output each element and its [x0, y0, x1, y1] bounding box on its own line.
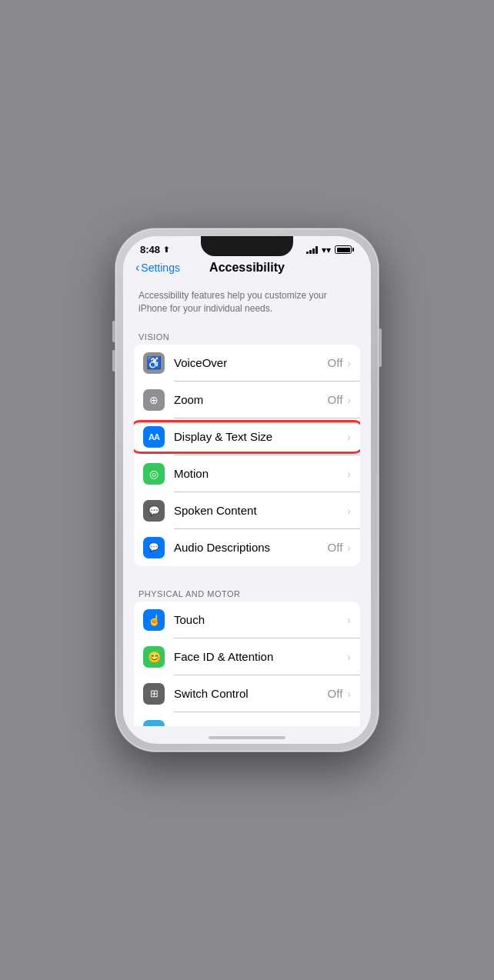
phone-screen: 8:48 ⬆ ▾▾ ‹ Settings: [123, 236, 371, 744]
motion-label: Motion: [174, 467, 345, 480]
zoom-row[interactable]: ⊕ Zoom Off ›: [134, 382, 360, 418]
back-button[interactable]: ‹ Settings: [135, 262, 197, 274]
voice-control-value: Off: [328, 724, 343, 726]
zoom-value: Off: [328, 393, 343, 406]
voiceover-value: Off: [328, 356, 343, 369]
spoken-content-icon: 💬: [143, 500, 165, 522]
face-id-attention-row[interactable]: 😊 Face ID & Attention ›: [134, 638, 360, 675]
touch-chevron-icon: ›: [347, 614, 351, 626]
face-id-icon: 😊: [143, 646, 165, 668]
zoom-label: Zoom: [174, 393, 328, 406]
voiceover-label: VoiceOver: [174, 356, 328, 369]
switch-control-label: Switch Control: [174, 687, 328, 700]
signal-icon: [306, 246, 318, 254]
voiceover-icon: ♿: [143, 352, 165, 374]
wifi-icon: ▾▾: [322, 245, 331, 255]
voiceover-row[interactable]: ♿ VoiceOver Off ›: [134, 345, 360, 382]
spoken-content-row[interactable]: 💬 Spoken Content ›: [134, 492, 360, 529]
face-id-label: Face ID & Attention: [174, 650, 345, 663]
motion-row[interactable]: ◎ Motion ›: [134, 455, 360, 492]
voice-control-label: Voice Control: [174, 724, 328, 726]
section-header-vision: VISION: [123, 322, 371, 345]
navigation-bar: ‹ Settings Accessibility: [123, 258, 371, 280]
voice-control-row[interactable]: 🎙 Voice Control Off ›: [134, 712, 360, 726]
audio-descriptions-label: Audio Descriptions: [174, 541, 328, 554]
status-icons: ▾▾: [306, 245, 354, 255]
switch-control-chevron-icon: ›: [347, 688, 351, 700]
touch-row[interactable]: ☝ Touch ›: [134, 602, 360, 638]
voice-control-icon: 🎙: [143, 720, 165, 726]
motion-chevron-icon: ›: [347, 468, 351, 480]
display-text-size-label: Display & Text Size: [174, 430, 345, 443]
home-indicator[interactable]: [209, 736, 285, 739]
display-text-size-icon: AA: [143, 426, 165, 448]
zoom-chevron-icon: ›: [347, 394, 351, 406]
audio-descriptions-row[interactable]: 💬 Audio Descriptions Off ›: [134, 529, 360, 566]
touch-icon: ☝: [143, 609, 165, 631]
switch-control-row[interactable]: ⊞ Switch Control Off ›: [134, 675, 360, 712]
face-id-chevron-icon: ›: [347, 651, 351, 663]
notch: [201, 236, 293, 256]
touch-label: Touch: [174, 613, 345, 626]
audio-descriptions-icon: 💬: [143, 537, 165, 558]
zoom-icon: ⊕: [143, 389, 165, 411]
switch-control-value: Off: [328, 687, 343, 700]
audio-descriptions-value: Off: [328, 541, 343, 554]
physical-motor-settings-group: ☝ Touch › 😊 Face ID & Attention › ⊞: [134, 602, 360, 726]
location-icon: ⬆: [163, 245, 169, 254]
time-label: 8:48: [140, 244, 160, 255]
power-button[interactable]: [379, 328, 382, 367]
page-title: Accessibility: [209, 261, 285, 275]
status-time: 8:48 ⬆: [140, 244, 169, 255]
battery-icon: [335, 245, 354, 254]
switch-control-icon: ⊞: [143, 683, 165, 705]
back-chevron-icon: ‹: [135, 262, 139, 274]
description-text: Accessibility features help you customiz…: [123, 280, 371, 322]
spoken-content-label: Spoken Content: [174, 504, 345, 517]
phone-frame: 8:48 ⬆ ▾▾ ‹ Settings: [115, 228, 379, 752]
voiceover-chevron-icon: ›: [347, 357, 351, 369]
settings-content[interactable]: Accessibility features help you customiz…: [123, 280, 371, 726]
volume-up-button[interactable]: [112, 321, 115, 342]
display-text-size-row[interactable]: AA Display & Text Size ›: [134, 418, 360, 455]
display-text-size-chevron-icon: ›: [347, 431, 351, 443]
back-label: Settings: [141, 262, 180, 274]
section-header-physical: PHYSICAL AND MOTOR: [123, 578, 371, 602]
spoken-content-chevron-icon: ›: [347, 505, 351, 517]
volume-down-button[interactable]: [112, 350, 115, 372]
vision-settings-group: ♿ VoiceOver Off › ⊕ Zoom Off ›: [134, 345, 360, 566]
motion-icon: ◎: [143, 463, 165, 485]
audio-descriptions-chevron-icon: ›: [347, 542, 351, 554]
voice-control-chevron-icon: ›: [347, 725, 351, 726]
